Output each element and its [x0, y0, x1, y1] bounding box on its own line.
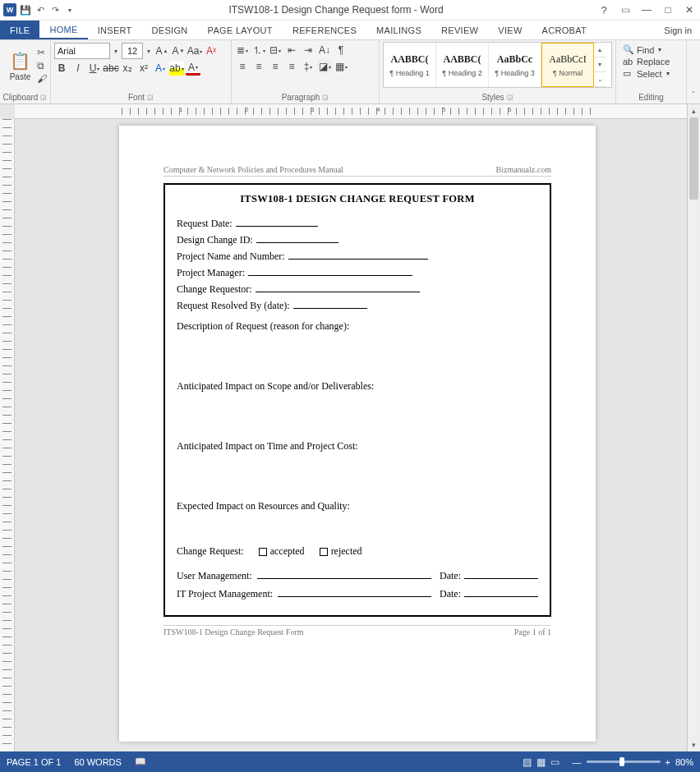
select-button[interactable]: ▭Select▾ [623, 67, 679, 80]
highlight-icon[interactable]: ab▾ [169, 61, 184, 76]
clipboard-dialog-icon[interactable]: ◲ [40, 94, 47, 101]
status-words[interactable]: 60 WORDS [74, 757, 121, 767]
cut-icon[interactable]: ✂ [37, 47, 47, 58]
qat-customize-icon[interactable]: ▾ [64, 4, 76, 16]
close-icon[interactable]: ✕ [682, 4, 697, 16]
multilevel-list-icon[interactable]: ⊟▾ [268, 43, 283, 57]
tab-mailings[interactable]: MAILINGS [366, 21, 431, 39]
view-buttons: ▤ ▦ ▭ [523, 756, 560, 768]
tab-references[interactable]: REFERENCES [283, 21, 366, 39]
help-icon[interactable]: ? [596, 4, 611, 16]
style-heading3[interactable]: AaBbCc¶ Heading 3 [489, 43, 541, 87]
bold-button[interactable]: B [54, 61, 69, 76]
vertical-scrollbar[interactable]: ▴ ▾ [687, 104, 700, 751]
paragraph-dialog-icon[interactable]: ◲ [322, 94, 329, 101]
tab-view[interactable]: VIEW [488, 21, 532, 39]
horizontal-ruler[interactable]: 1 2 3 4 5 6 [15, 104, 700, 119]
checkbox-accepted[interactable]: accepted [259, 545, 305, 558]
align-left-icon[interactable]: ≡ [235, 59, 250, 74]
font-dialog-icon[interactable]: ◲ [147, 94, 154, 101]
line-spacing-icon[interactable]: ‡▾ [301, 59, 315, 74]
scroll-down-icon[interactable]: ▾ [688, 738, 700, 751]
status-proofing-icon[interactable]: 📖 [135, 756, 146, 767]
zoom-slider-thumb[interactable] [619, 757, 624, 766]
align-center-icon[interactable]: ≡ [251, 59, 266, 74]
zoom-slider[interactable] [587, 761, 661, 763]
zoom-in-icon[interactable]: + [665, 757, 670, 767]
zoom-out-icon[interactable]: — [573, 757, 582, 767]
zoom-level[interactable]: 80% [675, 757, 693, 767]
tab-review[interactable]: REVIEW [431, 21, 488, 39]
clear-formatting-icon[interactable]: Aᵡ [204, 44, 219, 58]
underline-button[interactable]: U▾ [87, 61, 102, 76]
view-print-icon[interactable]: ▦ [537, 756, 546, 768]
header-left: Computer & Network Policies and Procedur… [163, 165, 343, 174]
text-effects-icon[interactable]: A▾ [153, 61, 168, 76]
styles-dialog-icon[interactable]: ◲ [507, 94, 513, 101]
show-marks-icon[interactable]: ¶ [334, 43, 348, 57]
italic-button[interactable]: I [71, 61, 85, 76]
replace-button[interactable]: abReplace [623, 56, 679, 67]
tab-design[interactable]: DESIGN [142, 21, 198, 39]
styles-scroll-up-icon[interactable]: ▴ [594, 43, 606, 57]
label-date-2: Date: [440, 588, 461, 600]
find-button[interactable]: 🔍Find▾ [623, 44, 679, 56]
format-painter-icon[interactable]: 🖌 [37, 73, 47, 85]
tab-file[interactable]: FILE [0, 21, 39, 39]
align-right-icon[interactable]: ≡ [268, 59, 283, 74]
grow-font-icon[interactable]: A▲ [154, 44, 169, 58]
font-name-dropdown-icon[interactable]: ▾ [112, 48, 120, 55]
font-name-select[interactable]: Arial [54, 43, 110, 59]
bullets-icon[interactable]: ≣▾ [235, 43, 250, 57]
superscript-button[interactable]: x² [136, 61, 151, 76]
group-editing: 🔍Find▾ abReplace ▭Select▾ Editing [616, 40, 687, 103]
strikethrough-button[interactable]: abc [104, 61, 118, 76]
numbering-icon[interactable]: ⒈▾ [251, 43, 266, 57]
minimize-icon[interactable]: — [639, 4, 654, 16]
view-web-icon[interactable]: ▭ [550, 756, 560, 768]
redo-icon[interactable]: ↷ [49, 4, 61, 16]
font-color-icon[interactable]: A▾ [186, 61, 200, 76]
styles-scroll-down-icon[interactable]: ▾ [594, 57, 606, 72]
collapse-ribbon-icon[interactable]: ˆ [692, 91, 694, 100]
font-size-select[interactable]: 12 [122, 43, 143, 59]
font-size-dropdown-icon[interactable]: ▾ [145, 48, 153, 55]
sign-in-link[interactable]: Sign in [656, 21, 700, 39]
styles-group-label: Styles [481, 93, 504, 102]
view-read-icon[interactable]: ▤ [523, 756, 532, 768]
group-font: Arial▾ 12▾ A▲ A▼ Aa▾ Aᵡ B I U▾ abc x₂ x²… [51, 40, 232, 103]
status-page[interactable]: PAGE 1 OF 1 [7, 757, 61, 767]
scroll-thumb[interactable] [689, 117, 698, 200]
styles-gallery: AABBC(¶ Heading 1 AABBC(¶ Heading 2 AaBb… [383, 42, 612, 88]
tab-home[interactable]: HOME [39, 21, 87, 39]
style-heading2[interactable]: AABBC(¶ Heading 2 [436, 43, 489, 87]
shading-icon[interactable]: ◪▾ [317, 59, 332, 74]
tab-insert[interactable]: INSERT [88, 21, 142, 39]
undo-icon[interactable]: ↶ [35, 4, 46, 16]
justify-icon[interactable]: ≡ [284, 59, 299, 74]
copy-icon[interactable]: ⧉ [37, 60, 47, 71]
document-canvas[interactable]: 1 2 3 4 5 6 Computer & Network Policies … [15, 104, 700, 751]
group-paragraph: ≣▾ ⒈▾ ⊟▾ ⇤ ⇥ A↓ ¶ ≡ ≡ ≡ ≡ ‡▾ ◪▾ ▦▾ Parag… [232, 40, 380, 103]
borders-icon[interactable]: ▦▾ [334, 59, 348, 74]
increase-indent-icon[interactable]: ⇥ [301, 43, 315, 57]
checkbox-rejected[interactable]: rejected [320, 545, 362, 558]
decrease-indent-icon[interactable]: ⇤ [284, 43, 299, 57]
document-page[interactable]: Computer & Network Policies and Procedur… [119, 126, 596, 742]
tab-acrobat[interactable]: ACROBAT [532, 21, 596, 39]
save-icon[interactable]: 💾 [20, 4, 31, 16]
change-case-icon[interactable]: Aa▾ [187, 44, 202, 58]
shrink-font-icon[interactable]: A▼ [171, 44, 186, 58]
paste-button[interactable]: 📋 Paste [3, 42, 37, 90]
scroll-up-icon[interactable]: ▴ [688, 104, 700, 117]
tab-page-layout[interactable]: PAGE LAYOUT [198, 21, 283, 39]
ribbon-options-icon[interactable]: ▭ [618, 4, 633, 16]
style-normal[interactable]: AaBbCcI¶ Normal [541, 43, 594, 87]
subscript-button[interactable]: x₂ [120, 61, 135, 76]
sort-icon[interactable]: A↓ [317, 43, 332, 57]
maximize-icon[interactable]: □ [661, 4, 675, 16]
style-heading1[interactable]: AABBC(¶ Heading 1 [384, 43, 436, 87]
styles-more-icon[interactable]: ⌄ [594, 72, 606, 87]
it-pm-line: IT Project Management: Date: [177, 587, 538, 600]
vertical-ruler[interactable] [0, 119, 15, 751]
